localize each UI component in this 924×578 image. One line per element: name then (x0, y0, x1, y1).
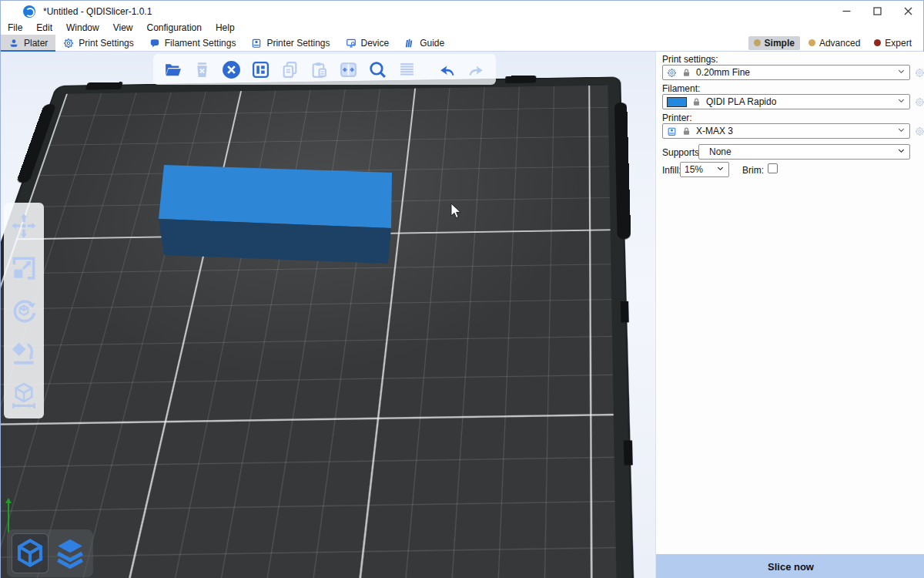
infill-select[interactable]: 15% (680, 162, 729, 177)
gear-icon (63, 38, 74, 49)
menu-view[interactable]: View (106, 22, 140, 35)
tab-print-settings[interactable]: Print Settings (55, 35, 141, 51)
supports-select[interactable]: None (698, 144, 910, 160)
chevron-down-icon (716, 164, 725, 175)
bed-handle-right (614, 102, 631, 240)
search-button[interactable] (367, 59, 388, 80)
simple-dot-icon (754, 39, 761, 46)
maximize-button[interactable] (862, 1, 892, 22)
title-bar: *Untitled - QIDISlicer-1.0.1 (1, 1, 923, 22)
tab-device[interactable]: Device (338, 35, 397, 51)
window-controls (831, 1, 923, 22)
redo-button[interactable] (466, 59, 487, 80)
place-on-face-button[interactable] (8, 338, 39, 368)
edit-print-settings-button[interactable] (915, 65, 924, 80)
editor-view-button[interactable] (12, 533, 49, 573)
edit-filament-button[interactable] (915, 94, 924, 109)
printer-label: Printer: (662, 113, 692, 123)
slice-now-button[interactable]: Slice now (656, 554, 924, 578)
filament-label: Filament: (662, 83, 700, 94)
chevron-down-icon (897, 126, 906, 136)
expert-dot-icon (874, 39, 881, 46)
edit-printer-button[interactable] (915, 123, 924, 139)
tab-printer-settings[interactable]: Printer Settings (243, 35, 337, 51)
delete-button[interactable] (192, 59, 213, 80)
main-toolbar (153, 54, 496, 85)
supports-label: Supports: (662, 147, 701, 158)
brim-checkbox[interactable] (768, 163, 778, 173)
bed-clip (505, 76, 536, 83)
settings-panel: Print settings: 0.20mm Fine Filament: QI… (655, 52, 924, 578)
printer-select[interactable]: X-MAX 3 (662, 123, 910, 139)
filament-color-swatch (667, 97, 687, 107)
mode-switcher: Simple Advanced Expert (748, 35, 923, 51)
bed-grid (1, 86, 630, 578)
menu-configuration[interactable]: Configuration (140, 22, 209, 35)
tab-filament-settings[interactable]: Filament Settings (142, 35, 244, 51)
qidislicer-window: *Untitled - QIDISlicer-1.0.1 File Edit W… (0, 0, 924, 578)
close-button[interactable] (892, 1, 923, 22)
view-switcher (7, 529, 93, 577)
tab-bar: Plater Print Settings Filament Settings … (1, 35, 923, 52)
chevron-down-icon (897, 67, 906, 78)
lock-icon (681, 126, 691, 136)
undo-button[interactable] (437, 59, 457, 80)
device-monitor-icon (346, 38, 357, 49)
chevron-down-icon (897, 146, 906, 157)
print-settings-label: Print settings: (662, 54, 718, 65)
split-objects-button[interactable] (338, 59, 359, 80)
print-settings-select[interactable]: 0.20mm Fine (662, 65, 910, 80)
mouse-cursor (450, 203, 463, 220)
window-title: *Untitled - QIDISlicer-1.0.1 (43, 6, 152, 17)
guide-books-icon (404, 38, 415, 49)
arrange-button[interactable] (250, 59, 271, 80)
menu-file[interactable]: File (1, 22, 29, 35)
app-logo-icon (23, 5, 35, 18)
bed-clip (85, 82, 123, 89)
mode-advanced[interactable]: Advanced (803, 36, 865, 50)
mode-expert[interactable]: Expert (869, 36, 917, 50)
measure-button[interactable] (8, 380, 39, 411)
menu-edit[interactable]: Edit (29, 22, 59, 35)
printer-icon (667, 126, 677, 136)
move-button[interactable] (8, 210, 39, 241)
copy-button[interactable] (280, 59, 300, 80)
gear-icon (667, 68, 677, 78)
filament-icon (149, 38, 160, 49)
scale-button[interactable] (8, 253, 39, 284)
3d-viewport[interactable] (1, 52, 655, 578)
infill-label: Infill: (662, 165, 681, 176)
brim-label: Brim: (742, 165, 764, 176)
lock-icon (691, 97, 701, 107)
build-plate[interactable] (1, 78, 652, 578)
advanced-dot-icon (808, 39, 815, 46)
open-button[interactable] (162, 59, 183, 80)
menu-bar: File Edit Window View Configuration Help (1, 22, 923, 35)
variable-layer-height-button[interactable] (397, 59, 417, 80)
plater-icon (8, 38, 19, 49)
gizmo-toolbar (4, 203, 44, 418)
chevron-down-icon (897, 96, 906, 107)
bed-y-axis (8, 500, 9, 533)
menu-window[interactable]: Window (59, 22, 106, 35)
lock-icon (681, 68, 691, 78)
preview-view-button[interactable] (52, 533, 89, 573)
minimize-button[interactable] (831, 1, 862, 22)
tab-plater[interactable]: Plater (1, 35, 55, 51)
mode-simple[interactable]: Simple (748, 36, 800, 50)
tab-guide[interactable]: Guide (397, 35, 452, 51)
paste-button[interactable] (309, 59, 330, 80)
delete-all-button[interactable] (221, 59, 242, 80)
filament-select[interactable]: QIDI PLA Rapido (662, 94, 910, 109)
printer-icon (251, 38, 262, 49)
menu-help[interactable]: Help (209, 22, 242, 35)
rotate-button[interactable] (8, 295, 39, 326)
